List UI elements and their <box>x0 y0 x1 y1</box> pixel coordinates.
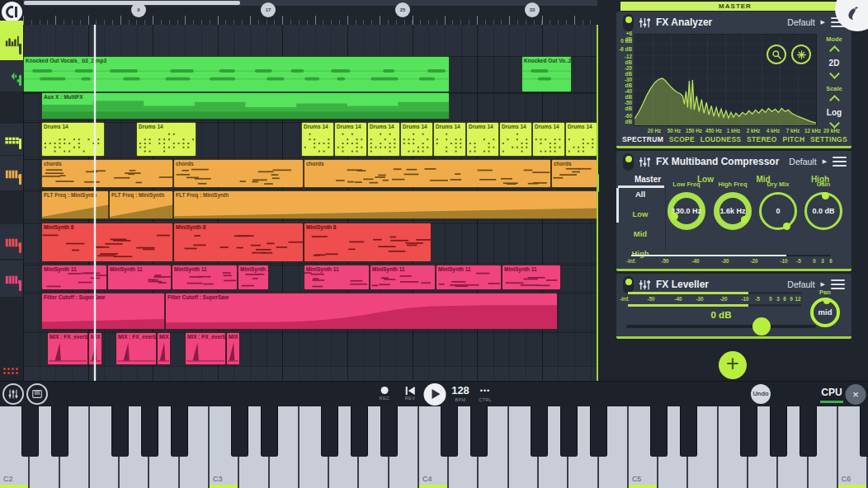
clip[interactable]: Drums 14 <box>400 122 433 157</box>
bpm-control[interactable]: 128 BPM <box>451 385 469 402</box>
black-key[interactable] <box>351 406 368 457</box>
black-key[interactable] <box>380 406 398 457</box>
clip[interactable]: chords <box>41 159 173 188</box>
knob-high-freq[interactable]: High Freq 1.6k Hz <box>710 181 756 230</box>
playlist-grid[interactable]: Knocked Out Vocals_ b3_2.mp3Knocked Out … <box>23 25 597 381</box>
clip[interactable]: chords <box>551 159 597 188</box>
tab-stereo[interactable]: STEREO <box>747 135 777 143</box>
track-tile-drum-pads[interactable] <box>0 124 23 155</box>
knob-ring[interactable]: 0.0 dB <box>804 192 842 230</box>
clip[interactable]: chords <box>304 159 551 188</box>
volume-slider-track[interactable] <box>626 325 816 328</box>
black-key[interactable] <box>770 406 787 457</box>
preset-next-icon[interactable]: ▶ <box>823 158 827 165</box>
clip[interactable]: MIX : FX_everb <box>116 332 157 365</box>
clip[interactable]: MIX : FX_everb <box>47 332 88 365</box>
tab-settings[interactable]: SETTINGS <box>810 135 847 143</box>
black-key[interactable] <box>531 406 548 457</box>
scale-down-icon[interactable] <box>829 118 840 129</box>
clip[interactable]: Drums 14 <box>301 122 334 157</box>
clip[interactable]: MiniSynth 11 <box>304 265 370 290</box>
clip[interactable]: Filter Cutoff : SuperSaw <box>41 293 165 330</box>
black-key[interactable] <box>321 406 338 457</box>
clip[interactable]: MiniSynth 8 <box>173 223 304 262</box>
rewind-button[interactable]: REV <box>405 384 416 401</box>
black-key[interactable] <box>470 406 488 457</box>
preset-next-icon[interactable]: ▶ <box>821 281 825 288</box>
clip[interactable]: FLT Freq : MiniSynth <box>109 190 173 219</box>
clip[interactable]: Drums 14 <box>532 122 565 157</box>
track-tile-level-meter[interactable] <box>0 21 23 60</box>
clip[interactable]: FLT Freq : MiniSynth <box>41 190 109 219</box>
black-key[interactable] <box>21 406 39 457</box>
close-panel-button[interactable]: × <box>846 384 866 405</box>
bar-number[interactable]: 25 <box>395 2 410 17</box>
knob-dry-mix[interactable]: Dry Mix 0 <box>755 181 801 230</box>
preset-selector[interactable]: Default <box>789 157 816 167</box>
clip[interactable]: Aux X : MultiFX <box>41 92 450 120</box>
black-key[interactable] <box>111 406 129 457</box>
black-key[interactable] <box>680 406 697 457</box>
scale-up-icon[interactable] <box>829 95 840 106</box>
plugin-menu-icon[interactable] <box>833 155 847 169</box>
clip[interactable]: MiniSynth 11 <box>436 265 502 290</box>
ctrl-button[interactable]: ••• CTRL <box>479 385 492 402</box>
piano-keyboard[interactable]: C2C3C4C5C6 <box>0 406 868 488</box>
clip[interactable]: MIX :... <box>157 332 171 365</box>
pan-knob-ring[interactable]: mid <box>810 298 840 327</box>
plugin-enable-toggle[interactable] <box>623 276 634 293</box>
clip[interactable]: Drums 14 <box>433 122 466 157</box>
clip[interactable]: MiniSynth 11 <box>41 265 107 290</box>
preset-next-icon[interactable]: ▶ <box>821 19 825 26</box>
black-key[interactable] <box>441 406 458 457</box>
knob-low-freq[interactable]: Low Freq 130.0 Hz <box>663 181 710 230</box>
clip[interactable]: MiniSynth 11 <box>107 265 172 290</box>
black-key[interactable] <box>860 406 868 457</box>
black-key[interactable] <box>650 406 668 457</box>
clip[interactable]: Knocked Out Vo..2.mp3 <box>521 56 572 92</box>
clip[interactable]: chords <box>173 159 304 188</box>
clip[interactable]: MiniSynth 11 <box>370 265 436 290</box>
plugin-enable-toggle[interactable] <box>623 153 634 171</box>
black-key[interactable] <box>261 406 278 457</box>
pan-control[interactable]: Pan mid <box>805 289 845 327</box>
band-all[interactable]: All <box>616 190 664 199</box>
clip[interactable]: MiniSynth 8 <box>304 223 432 262</box>
add-effect-button[interactable]: + <box>719 351 747 379</box>
plugin-enable-toggle[interactable] <box>623 14 634 31</box>
black-key[interactable] <box>560 406 578 457</box>
play-button[interactable] <box>424 383 446 406</box>
tab-master[interactable]: Master <box>634 175 661 184</box>
black-key[interactable] <box>231 406 248 457</box>
record-button[interactable]: REC <box>380 384 390 401</box>
track-tile-piano-keys-orange[interactable] <box>0 156 23 190</box>
clip[interactable]: Drums 14 <box>499 122 532 157</box>
tab-scope[interactable]: SCOPE <box>669 135 695 143</box>
mode-up-icon[interactable] <box>829 45 840 56</box>
volume-slider-knob[interactable] <box>752 317 771 336</box>
clip[interactable]: Drums 14 <box>367 122 400 157</box>
knob-ring[interactable]: 130.0 Hz <box>668 192 705 230</box>
black-key[interactable] <box>800 406 817 457</box>
clip[interactable]: Drums 14 <box>136 122 196 157</box>
playhead[interactable] <box>94 25 96 381</box>
bar-number[interactable]: 17 <box>261 2 276 17</box>
band-mid[interactable]: Mid <box>616 229 664 238</box>
black-key[interactable] <box>141 406 158 457</box>
knob-gain[interactable]: Gain 0.0 dB <box>800 181 847 230</box>
black-key[interactable] <box>171 406 188 457</box>
track-tile-piano-keys-red[interactable] <box>0 224 23 259</box>
cpu-meter[interactable]: CPU <box>820 387 843 403</box>
black-key[interactable] <box>740 406 757 457</box>
preset-selector[interactable]: Default <box>787 17 814 27</box>
track-tile-audio-track[interactable] <box>0 60 23 92</box>
black-key[interactable] <box>51 406 68 457</box>
knob-ring[interactable]: 1.6k Hz <box>714 192 752 230</box>
clip[interactable]: MiniSynth 11 <box>238 265 269 290</box>
clip[interactable]: FLT Freq : MiniSynth <box>173 190 597 219</box>
band-low[interactable]: Low <box>616 209 664 218</box>
knob-ring[interactable]: 0 <box>759 192 797 230</box>
tab-spectrum[interactable]: SPECTRUM <box>622 135 663 143</box>
spectrum-plot[interactable] <box>634 34 817 126</box>
black-key[interactable] <box>590 406 607 457</box>
